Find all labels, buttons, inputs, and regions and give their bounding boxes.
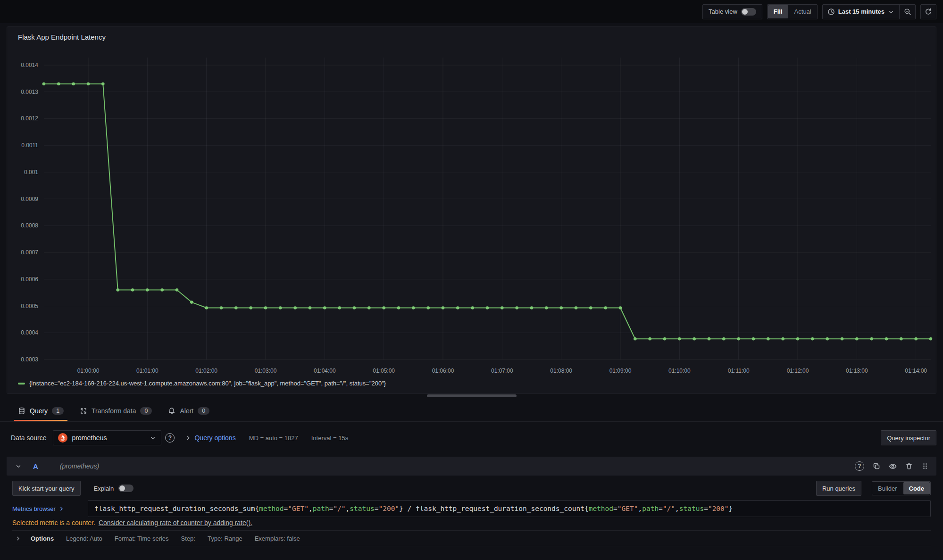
svg-text:01:10:00: 01:10:00 [668,368,691,374]
refresh-button[interactable] [920,4,936,19]
svg-text:0.0007: 0.0007 [21,249,38,256]
svg-text:01:07:00: 01:07:00 [491,368,513,374]
options-format-meta: Format: Time series [115,535,169,542]
refresh-icon [925,8,932,16]
datasource-help-icon[interactable]: ? [165,433,175,443]
svg-text:0.001: 0.001 [24,169,38,176]
svg-text:0.0011: 0.0011 [21,142,38,149]
actual-button[interactable]: Actual [789,5,817,19]
run-queries-button[interactable]: Run queries [816,481,861,496]
tab-query[interactable]: Query 1 [12,401,69,421]
svg-text:0.0006: 0.0006 [21,276,38,283]
svg-text:0.0013: 0.0013 [21,89,38,95]
code-button[interactable]: Code [903,482,930,494]
time-range-label: Last 15 minutes [838,8,885,15]
legend-item[interactable]: {instance="ec2-184-169-216-224.us-west-1… [18,380,386,387]
chevron-right-icon[interactable] [15,535,21,542]
svg-text:01:00:00: 01:00:00 [77,368,100,374]
tab-alert[interactable]: Alert 0 [162,401,215,421]
warning-rate-link[interactable]: Consider calculating rate of counter by … [99,519,252,527]
options-exemplars-meta: Exemplars: false [255,535,300,542]
interval-text: Interval = 15s [311,435,348,442]
table-view-label: Table view [709,8,737,15]
fill-button[interactable]: Fill [768,5,788,18]
latency-panel: Flask App Endpoint Latency 0.00140.00130… [7,26,936,394]
options-legend-meta: Legend: Auto [66,535,102,542]
zoom-out-button[interactable] [899,5,915,19]
datasource-row: Data source prometheus ? Query options M… [7,426,936,449]
toggle-knob [119,485,125,491]
svg-text:01:09:00: 01:09:00 [609,368,632,374]
explain-control: Explain [94,485,134,492]
svg-text:0.0008: 0.0008 [21,222,38,229]
chevron-down-icon [150,435,156,441]
tab-alert-label: Alert [180,407,193,415]
fill-actual-segmented: Fill Actual [767,4,818,19]
collapse-chevron-icon[interactable] [15,463,22,469]
legend-series-swatch [18,383,25,384]
svg-text:01:12:00: 01:12:00 [787,368,809,374]
legend-series-label: {instance="ec2-184-169-216-224.us-west-1… [29,380,386,387]
time-range-picker[interactable]: Last 15 minutes [823,5,899,19]
datasource-value: prometheus [72,434,145,442]
datasource-label: Data source [11,434,46,442]
chart-area[interactable]: 0.00140.00130.00120.00110.0010.00090.000… [7,47,936,377]
datasource-select[interactable]: prometheus [53,430,161,445]
clock-icon [827,8,835,16]
query-help-icon[interactable]: ? [855,461,864,471]
table-view-control: Table view [702,4,762,19]
time-picker-group: Last 15 minutes [822,4,916,19]
counter-warning: Selected metric is a counter. Consider c… [12,519,252,527]
query-options-link[interactable]: Query options [194,434,235,442]
warning-text: Selected metric is a counter. [12,519,95,527]
editor-tabs: Query 1 Transform data 0 Alert 0 [0,401,943,422]
promql-editor-row: Metrics browser flask_http_request_durat… [12,500,931,517]
tab-transform-data[interactable]: Transform data 0 [74,401,158,421]
tab-transform-label: Transform data [92,407,136,415]
copy-icon[interactable] [873,462,880,470]
metrics-browser-link[interactable]: Metrics browser [12,500,88,517]
svg-text:01:04:00: 01:04:00 [314,368,336,374]
svg-text:01:11:00: 01:11:00 [728,368,750,374]
trash-icon[interactable] [905,462,913,470]
options-step-meta: Step: [181,535,195,542]
drag-handle-icon[interactable] [921,462,929,470]
max-data-points-text: MD = auto = 1827 [249,435,298,442]
query-row-actions: ? [855,461,929,471]
pane-resize-handle[interactable] [427,394,517,397]
table-view-toggle[interactable] [741,8,756,16]
svg-text:01:08:00: 01:08:00 [550,368,572,374]
eye-icon[interactable] [889,462,897,470]
query-inspector-button[interactable]: Query inspector [881,430,936,445]
query-ref-id[interactable]: A [33,462,38,470]
transform-icon [80,407,87,415]
chevron-right-icon[interactable] [185,435,192,441]
svg-text:01:01:00: 01:01:00 [136,368,159,374]
svg-text:0.0009: 0.0009 [21,196,38,202]
database-icon [18,407,25,415]
tab-query-label: Query [30,407,48,415]
top-toolbar: Table view Fill Actual Last 15 minutes [0,0,943,23]
metrics-browser-label: Metrics browser [12,505,56,512]
options-label[interactable]: Options [31,535,54,542]
svg-text:0.0005: 0.0005 [21,303,38,309]
svg-text:01:05:00: 01:05:00 [373,368,395,374]
svg-text:0.0003: 0.0003 [21,356,38,363]
promql-query[interactable]: flask_http_request_duration_seconds_sum{… [88,500,931,517]
builder-code-segmented: Builder Code [872,481,931,495]
chevron-right-icon [58,506,65,512]
tab-alert-badge: 0 [198,407,209,415]
kick-start-query-button[interactable]: Kick start your query [12,481,81,496]
svg-text:0.0004: 0.0004 [21,329,38,336]
builder-button[interactable]: Builder [872,482,902,495]
chevron-down-icon [888,8,894,15]
latency-chart-svg[interactable]: 0.00140.00130.00120.00110.0010.00090.000… [7,47,936,377]
query-datasource-hint: (prometheus) [60,462,99,470]
grafana-panel-editor: Table view Fill Actual Last 15 minutes F… [0,0,943,560]
explain-toggle[interactable] [118,485,134,492]
svg-text:0.0014: 0.0014 [21,62,38,68]
options-type-meta: Type: Range [208,535,242,542]
svg-text:01:03:00: 01:03:00 [255,368,277,374]
toggle-knob [742,9,748,15]
svg-text:01:14:00: 01:14:00 [905,368,927,374]
